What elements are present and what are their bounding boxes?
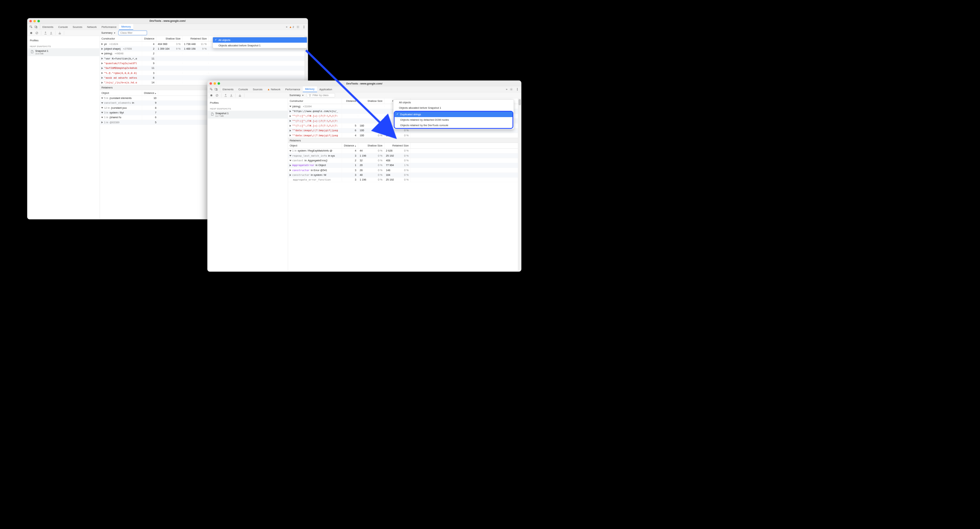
col-object[interactable]: Object — [100, 90, 142, 96]
tab-elements[interactable]: Elements — [220, 86, 236, 92]
object-scope-select[interactable] — [148, 33, 172, 33]
disclosure-triangle-icon[interactable] — [101, 117, 103, 118]
disclosure-triangle-icon[interactable] — [102, 72, 103, 74]
disclosure-triangle-icon[interactable] — [290, 164, 291, 167]
dropdown-item-duplicated-strings[interactable]: Duplicated strings — [395, 112, 512, 117]
zoom-dot[interactable] — [37, 20, 40, 22]
close-dot[interactable] — [29, 20, 32, 22]
dropdown-item-before-snapshot[interactable]: Objects allocated before Snapshot 1 — [213, 43, 307, 48]
tab-network[interactable]: Network — [84, 24, 99, 30]
inspect-icon[interactable] — [209, 87, 214, 91]
table-row[interactable]: constructor in Error @5413280 %1480 % — [288, 168, 521, 173]
col-retained[interactable]: Retained Size — [183, 36, 208, 41]
object-scope-select[interactable] — [336, 95, 361, 96]
clear-icon[interactable] — [215, 93, 219, 97]
table-row[interactable]: AggregateError in Object1200 %77 9041 % — [288, 163, 521, 168]
inspect-icon[interactable] — [29, 25, 33, 29]
table-row[interactable]: "%.@."rgba(0,0,0,0.0)3 — [100, 71, 307, 75]
tabs-overflow[interactable]: » — [286, 25, 287, 29]
disclosure-triangle-icon[interactable] — [102, 82, 103, 84]
tab-sources[interactable]: Sources — [70, 24, 85, 30]
table-row[interactable]: "aasb ad adsafe adtes6 — [100, 75, 307, 80]
disclosure-triangle-icon[interactable] — [290, 129, 291, 132]
col-constructor[interactable]: Constructor — [288, 98, 342, 104]
table-row[interactable]: (string)×490482 — [100, 51, 307, 56]
disclosure-triangle-icon[interactable] — [290, 134, 291, 136]
device-toggle-icon[interactable] — [34, 25, 38, 29]
settings-gear-icon[interactable] — [296, 25, 300, 29]
col-retained-r[interactable]: Retained Size — [384, 143, 410, 148]
disclosure-triangle-icon[interactable] — [290, 155, 292, 156]
disclosure-triangle-icon[interactable] — [290, 150, 292, 152]
table-row[interactable]: "var K=function(b,r,e11 — [100, 56, 307, 61]
close-dot[interactable] — [210, 82, 212, 85]
dropdown-item-all-objects[interactable]: All objects — [393, 100, 514, 105]
col-distance-r[interactable]: Distance▲ — [342, 143, 358, 148]
disclosure-triangle-icon[interactable] — [290, 105, 292, 107]
settings-gear-icon[interactable] — [509, 87, 514, 91]
col-distance-r[interactable]: Distance▲ — [142, 90, 158, 96]
upload-icon[interactable] — [43, 31, 48, 35]
disclosure-triangle-icon[interactable] — [102, 67, 103, 69]
download-icon[interactable] — [49, 31, 53, 35]
tabs-overflow[interactable]: » — [506, 88, 508, 91]
tab-console[interactable]: Console — [56, 24, 70, 30]
disclosure-triangle-icon[interactable] — [290, 120, 291, 122]
issues-badge[interactable]: ▲ 2 — [289, 25, 294, 29]
clear-icon[interactable] — [35, 31, 39, 35]
col-shallow[interactable]: Shallow Size — [156, 36, 183, 41]
dropdown-item-all-objects[interactable]: All objects — [213, 37, 307, 43]
tab-performance[interactable]: Performance — [99, 24, 119, 30]
disclosure-triangle-icon[interactable] — [102, 121, 103, 123]
disclosure-triangle-icon[interactable] — [101, 107, 103, 108]
class-filter-input[interactable]: Filter by class — [307, 93, 335, 97]
disclosure-triangle-icon[interactable] — [101, 112, 103, 113]
record-icon[interactable] — [29, 31, 33, 35]
disclosure-triangle-icon[interactable] — [290, 160, 292, 161]
disclosure-triangle-icon[interactable] — [290, 115, 291, 117]
tab-elements[interactable]: Elements — [40, 24, 56, 30]
disclosure-triangle-icon[interactable] — [102, 48, 103, 50]
table-row[interactable]: 1 in system / RegExpMatchInfo @4440 %2 6… — [288, 149, 521, 153]
disclosure-triangle-icon[interactable] — [101, 53, 103, 54]
dropdown-item-detached-dom[interactable]: Objects retained by detached DOM nodes — [395, 117, 512, 122]
table-row[interactable]: "UwfIbMDbmgkhgZx4aHub11 — [100, 66, 307, 70]
sidebar-item-snapshot[interactable]: Snapshot 1 15.8 MB — [27, 48, 99, 56]
minimize-dot[interactable] — [33, 20, 36, 22]
disclosure-triangle-icon[interactable] — [102, 43, 103, 45]
dropdown-item-devtools-console[interactable]: Objects retained by the DevTools console — [395, 122, 512, 128]
table-row[interactable]: context in AggregateError()2320 %4080 % — [288, 158, 521, 163]
disclosure-triangle-icon[interactable] — [290, 174, 291, 176]
disclosure-triangle-icon[interactable] — [102, 77, 103, 79]
more-menu-icon[interactable] — [302, 25, 306, 29]
gc-icon[interactable] — [237, 93, 242, 97]
sidebar-item-snapshot[interactable]: Snapshot 1 11.7 MB — [207, 111, 288, 119]
table-row[interactable]: aggregate_error_function31 1960 %25 1920… — [288, 178, 521, 183]
tab-network[interactable]: ▲Network — [265, 86, 283, 92]
table-row[interactable]: constructor in system / M3400 %1040 % — [288, 173, 521, 177]
tab-memory[interactable]: Memory — [119, 24, 133, 30]
download-icon[interactable] — [229, 93, 234, 97]
tab-console[interactable]: Console — [236, 86, 251, 92]
table-row[interactable]: "quantum/t7xgIe/ws9Tl9 — [100, 61, 307, 66]
upload-icon[interactable] — [223, 93, 228, 97]
minimize-dot[interactable] — [214, 82, 216, 85]
zoom-dot[interactable] — [218, 82, 220, 85]
disclosure-triangle-icon[interactable] — [101, 97, 103, 99]
view-select[interactable]: Summary ▼ — [288, 94, 306, 97]
class-filter-input[interactable]: Class filter — [119, 31, 147, 35]
scrollbar[interactable] — [518, 98, 521, 271]
col-shallow-r[interactable]: Shallow Size — [358, 143, 384, 148]
disclosure-triangle-icon[interactable] — [101, 102, 103, 104]
disclosure-triangle-icon[interactable] — [102, 57, 103, 59]
col-shallow[interactable]: Shallow Size — [358, 98, 384, 104]
tab-performance[interactable]: Performance — [283, 86, 303, 92]
tab-application[interactable]: Application — [317, 86, 335, 92]
col-constructor[interactable]: Constructor — [100, 36, 142, 41]
gc-icon[interactable] — [58, 31, 62, 35]
device-toggle-icon[interactable] — [214, 87, 218, 91]
disclosure-triangle-icon[interactable] — [290, 125, 291, 127]
disclosure-triangle-icon[interactable] — [102, 62, 103, 65]
tab-memory[interactable]: Memory — [302, 86, 317, 92]
col-distance[interactable]: Distance — [342, 98, 358, 104]
